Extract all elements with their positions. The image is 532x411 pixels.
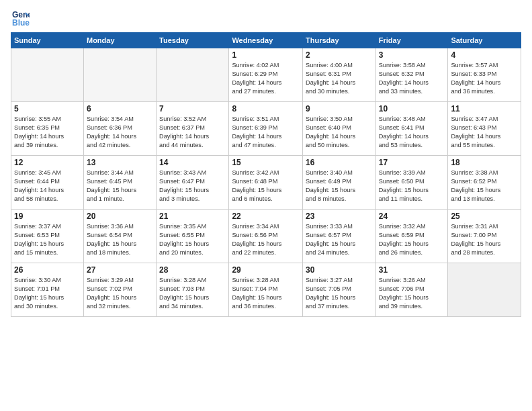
day-cell: 16Sunrise: 3:40 AM Sunset: 6:49 PM Dayli… bbox=[303, 156, 376, 210]
day-info: Sunrise: 3:28 AM Sunset: 7:04 PM Dayligh… bbox=[232, 276, 300, 311]
day-cell: 23Sunrise: 3:33 AM Sunset: 6:57 PM Dayli… bbox=[303, 210, 376, 263]
day-number: 18 bbox=[451, 158, 518, 167]
day-number: 7 bbox=[159, 104, 226, 113]
col-header-saturday: Saturday bbox=[448, 33, 521, 48]
day-number: 22 bbox=[232, 212, 300, 221]
day-info: Sunrise: 3:37 AM Sunset: 6:53 PM Dayligh… bbox=[14, 222, 81, 257]
day-cell: 7Sunrise: 3:52 AM Sunset: 6:37 PM Daylig… bbox=[157, 102, 229, 156]
day-cell: 18Sunrise: 3:38 AM Sunset: 6:52 PM Dayli… bbox=[448, 156, 521, 210]
day-cell: 2Sunrise: 4:00 AM Sunset: 6:31 PM Daylig… bbox=[303, 48, 376, 102]
day-number: 16 bbox=[306, 158, 373, 167]
day-number: 26 bbox=[14, 265, 81, 275]
header: General Blue bbox=[11, 8, 521, 27]
day-number: 8 bbox=[232, 104, 300, 113]
week-row-4: 19Sunrise: 3:37 AM Sunset: 6:53 PM Dayli… bbox=[11, 210, 521, 263]
day-number: 31 bbox=[379, 265, 445, 275]
day-cell: 17Sunrise: 3:39 AM Sunset: 6:50 PM Dayli… bbox=[375, 156, 448, 210]
day-info: Sunrise: 3:36 AM Sunset: 6:54 PM Dayligh… bbox=[87, 222, 153, 257]
day-cell: 10Sunrise: 3:48 AM Sunset: 6:41 PM Dayli… bbox=[375, 102, 448, 156]
day-number: 19 bbox=[14, 212, 81, 221]
day-cell: 4Sunrise: 3:57 AM Sunset: 6:33 PM Daylig… bbox=[448, 48, 521, 102]
day-number: 2 bbox=[306, 50, 373, 60]
day-cell: 29Sunrise: 3:28 AM Sunset: 7:04 PM Dayli… bbox=[229, 263, 303, 317]
day-info: Sunrise: 3:43 AM Sunset: 6:47 PM Dayligh… bbox=[159, 169, 226, 203]
day-number: 24 bbox=[379, 212, 445, 221]
day-number: 20 bbox=[87, 212, 153, 221]
day-number: 3 bbox=[379, 50, 445, 60]
day-info: Sunrise: 3:42 AM Sunset: 6:48 PM Dayligh… bbox=[232, 169, 300, 203]
day-info: Sunrise: 3:32 AM Sunset: 6:59 PM Dayligh… bbox=[379, 222, 445, 257]
day-number: 9 bbox=[306, 104, 373, 113]
day-cell bbox=[83, 48, 156, 102]
day-cell: 28Sunrise: 3:28 AM Sunset: 7:03 PM Dayli… bbox=[157, 263, 229, 317]
day-info: Sunrise: 3:57 AM Sunset: 6:33 PM Dayligh… bbox=[451, 61, 518, 96]
day-info: Sunrise: 3:31 AM Sunset: 7:00 PM Dayligh… bbox=[451, 222, 518, 257]
day-info: Sunrise: 4:00 AM Sunset: 6:31 PM Dayligh… bbox=[306, 61, 373, 96]
day-info: Sunrise: 3:29 AM Sunset: 7:02 PM Dayligh… bbox=[87, 276, 153, 311]
col-header-tuesday: Tuesday bbox=[157, 33, 229, 48]
col-header-friday: Friday bbox=[375, 33, 448, 48]
calendar-table: SundayMondayTuesdayWednesdayThursdayFrid… bbox=[11, 32, 521, 317]
day-info: Sunrise: 3:35 AM Sunset: 6:55 PM Dayligh… bbox=[159, 222, 226, 257]
day-cell: 21Sunrise: 3:35 AM Sunset: 6:55 PM Dayli… bbox=[157, 210, 229, 263]
day-cell: 26Sunrise: 3:30 AM Sunset: 7:01 PM Dayli… bbox=[11, 263, 84, 317]
day-number: 13 bbox=[87, 158, 153, 167]
day-info: Sunrise: 3:38 AM Sunset: 6:52 PM Dayligh… bbox=[451, 169, 518, 203]
day-info: Sunrise: 3:30 AM Sunset: 7:01 PM Dayligh… bbox=[14, 276, 81, 311]
day-number: 17 bbox=[379, 158, 445, 167]
col-header-wednesday: Wednesday bbox=[229, 33, 303, 48]
col-header-sunday: Sunday bbox=[11, 33, 84, 48]
day-info: Sunrise: 3:40 AM Sunset: 6:49 PM Dayligh… bbox=[306, 169, 373, 203]
week-row-3: 12Sunrise: 3:45 AM Sunset: 6:44 PM Dayli… bbox=[11, 156, 521, 210]
day-cell: 31Sunrise: 3:26 AM Sunset: 7:06 PM Dayli… bbox=[375, 263, 448, 317]
day-cell: 15Sunrise: 3:42 AM Sunset: 6:48 PM Dayli… bbox=[229, 156, 303, 210]
day-cell: 5Sunrise: 3:55 AM Sunset: 6:35 PM Daylig… bbox=[11, 102, 84, 156]
day-number: 4 bbox=[451, 50, 518, 60]
day-info: Sunrise: 3:33 AM Sunset: 6:57 PM Dayligh… bbox=[306, 222, 373, 257]
day-info: Sunrise: 3:58 AM Sunset: 6:32 PM Dayligh… bbox=[379, 61, 445, 96]
day-cell: 1Sunrise: 4:02 AM Sunset: 6:29 PM Daylig… bbox=[229, 48, 303, 102]
day-cell: 11Sunrise: 3:47 AM Sunset: 6:43 PM Dayli… bbox=[448, 102, 521, 156]
col-header-thursday: Thursday bbox=[303, 33, 376, 48]
day-number: 12 bbox=[14, 158, 81, 167]
day-number: 28 bbox=[159, 265, 226, 275]
day-cell: 6Sunrise: 3:54 AM Sunset: 6:36 PM Daylig… bbox=[83, 102, 156, 156]
day-number: 21 bbox=[159, 212, 226, 221]
day-info: Sunrise: 3:55 AM Sunset: 6:35 PM Dayligh… bbox=[14, 115, 81, 150]
day-info: Sunrise: 3:45 AM Sunset: 6:44 PM Dayligh… bbox=[14, 169, 81, 203]
day-info: Sunrise: 3:39 AM Sunset: 6:50 PM Dayligh… bbox=[379, 169, 445, 203]
day-cell: 8Sunrise: 3:51 AM Sunset: 6:39 PM Daylig… bbox=[229, 102, 303, 156]
day-cell: 3Sunrise: 3:58 AM Sunset: 6:32 PM Daylig… bbox=[375, 48, 448, 102]
day-number: 14 bbox=[159, 158, 226, 167]
day-cell bbox=[157, 48, 229, 102]
day-number: 25 bbox=[451, 212, 518, 221]
day-info: Sunrise: 3:54 AM Sunset: 6:36 PM Dayligh… bbox=[87, 115, 153, 150]
day-info: Sunrise: 3:26 AM Sunset: 7:06 PM Dayligh… bbox=[379, 276, 445, 311]
header-row: SundayMondayTuesdayWednesdayThursdayFrid… bbox=[11, 33, 521, 48]
logo: General Blue bbox=[11, 8, 32, 27]
day-info: Sunrise: 3:44 AM Sunset: 6:45 PM Dayligh… bbox=[87, 169, 153, 203]
day-cell: 12Sunrise: 3:45 AM Sunset: 6:44 PM Dayli… bbox=[11, 156, 84, 210]
day-cell bbox=[448, 263, 521, 317]
logo-icon: General Blue bbox=[11, 8, 30, 27]
day-number: 27 bbox=[87, 265, 153, 275]
day-cell: 19Sunrise: 3:37 AM Sunset: 6:53 PM Dayli… bbox=[11, 210, 84, 263]
col-header-monday: Monday bbox=[83, 33, 156, 48]
day-number: 23 bbox=[306, 212, 373, 221]
day-info: Sunrise: 3:50 AM Sunset: 6:40 PM Dayligh… bbox=[306, 115, 373, 150]
day-cell bbox=[11, 48, 84, 102]
day-cell: 14Sunrise: 3:43 AM Sunset: 6:47 PM Dayli… bbox=[157, 156, 229, 210]
day-cell: 27Sunrise: 3:29 AM Sunset: 7:02 PM Dayli… bbox=[83, 263, 156, 317]
day-number: 6 bbox=[87, 104, 153, 113]
day-cell: 13Sunrise: 3:44 AM Sunset: 6:45 PM Dayli… bbox=[83, 156, 156, 210]
day-number: 30 bbox=[306, 265, 373, 275]
day-number: 11 bbox=[451, 104, 518, 113]
day-number: 5 bbox=[14, 104, 81, 113]
week-row-2: 5Sunrise: 3:55 AM Sunset: 6:35 PM Daylig… bbox=[11, 102, 521, 156]
day-cell: 20Sunrise: 3:36 AM Sunset: 6:54 PM Dayli… bbox=[83, 210, 156, 263]
day-cell: 25Sunrise: 3:31 AM Sunset: 7:00 PM Dayli… bbox=[448, 210, 521, 263]
day-info: Sunrise: 3:27 AM Sunset: 7:05 PM Dayligh… bbox=[306, 276, 373, 311]
day-number: 10 bbox=[379, 104, 445, 113]
day-number: 15 bbox=[232, 158, 300, 167]
day-info: Sunrise: 4:02 AM Sunset: 6:29 PM Dayligh… bbox=[232, 61, 300, 96]
